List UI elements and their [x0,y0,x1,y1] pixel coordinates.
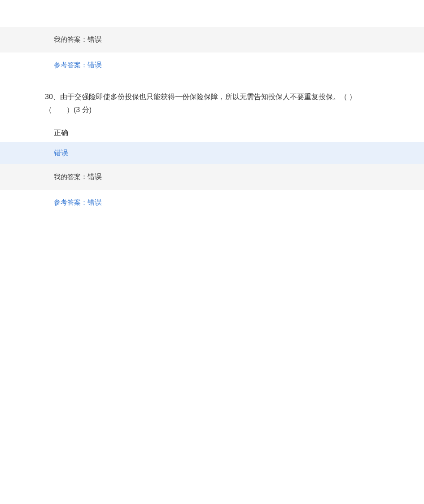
option-correct-row[interactable]: 正确 [0,124,424,142]
page-container: 我的答案：错误 参考答案：错误 30、由于交强险即使多份投保也只能获得一份保险保… [0,0,424,233]
q30-ref-answer-label: 参考答案： [54,198,87,206]
q30-my-answer-row: 我的答案：错误 [0,164,424,190]
option-wrong-row[interactable]: 错误 [0,142,424,164]
prev-ref-answer-row: 参考答案：错误 [0,53,424,78]
q30-ref-answer-row: 参考答案：错误 [0,190,424,215]
question-30-text: 30、由于交强险即使多份投保也只能获得一份保险保障，所以无需告知投保人不要重复投… [45,93,371,114]
prev-my-answer-row: 我的答案：错误 [0,27,424,53]
question-30-body: 由于交强险即使多份投保也只能获得一份保险保障，所以无需告知投保人不要重复投保。（… [45,93,371,114]
prev-my-answer-label: 我的答案： [54,35,87,43]
question-30-number: 30、 [45,93,60,101]
prev-my-answer-value: 错误 [87,35,102,43]
question-30-row: 30、由于交强险即使多份投保也只能获得一份保险保障，所以无需告知投保人不要重复投… [0,78,424,124]
option-wrong-text: 错误 [54,149,68,157]
q30-my-answer-value: 错误 [87,173,102,180]
option-correct-text: 正确 [54,129,68,136]
q30-my-answer-label: 我的答案： [54,173,87,180]
q30-ref-answer-value: 错误 [87,198,102,206]
prev-ref-answer-value: 错误 [87,61,102,69]
prev-ref-answer-label: 参考答案： [54,61,87,69]
